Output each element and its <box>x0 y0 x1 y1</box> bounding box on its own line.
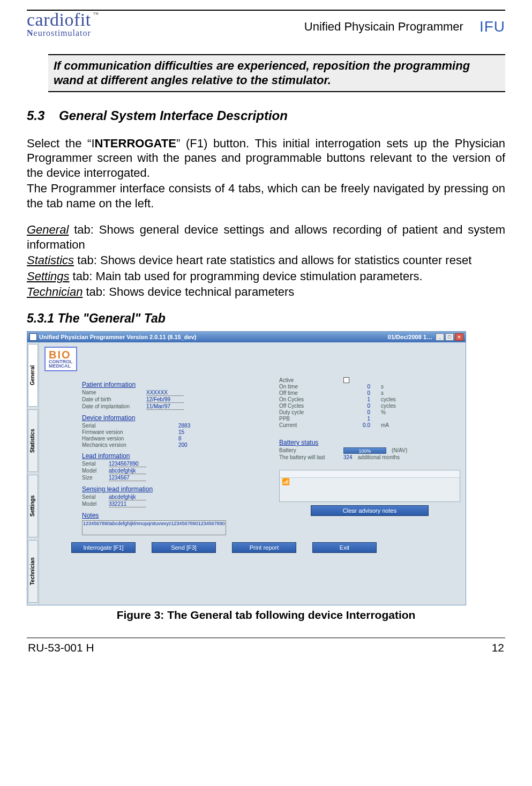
on-label: On time <box>279 384 343 390</box>
app-icon <box>29 333 37 341</box>
lead-size-label: Size <box>82 475 109 481</box>
minimize-button[interactable]: _ <box>436 333 444 341</box>
exit-button[interactable]: Exit <box>312 542 377 553</box>
general-tab-desc: General tab: Shows general device settin… <box>27 222 505 252</box>
bio-logo: BIO CONTROL MEDICAL <box>44 347 77 371</box>
hw-val: 8 <box>178 436 182 441</box>
offc-val: 0 <box>343 403 370 409</box>
ifu-label: IFU <box>479 18 505 35</box>
sensing-serial-label: Serial <box>82 494 109 500</box>
notes-field[interactable]: 1234567890abcdefghijklmnopqrstuvwxyz1234… <box>82 520 226 535</box>
general-tab-rest: tab: Shows general device settings and a… <box>27 223 505 251</box>
onc-unit: cycles <box>381 396 413 402</box>
section-heading: 5.3 General System Interface Description <box>27 108 505 123</box>
titlebar: Unified Physician Programmer Version 2.0… <box>27 332 466 342</box>
bat-label: Battery <box>279 447 343 453</box>
ppb-label: PPB <box>279 416 343 422</box>
interrogate-button[interactable]: Interrogate [F1] <box>71 542 136 553</box>
lead-model-label: Model <box>82 468 109 474</box>
close-button[interactable]: × <box>455 333 463 341</box>
fw-val: 15 <box>178 429 184 435</box>
tab-settings[interactable]: Settings <box>28 475 38 537</box>
section-title: General System Interface Description <box>59 108 288 123</box>
dob-field[interactable]: 12/Feb/99 <box>146 396 184 403</box>
stats-tab-rest: tab: Shows device heart rate statistics … <box>74 253 471 267</box>
doc-title: Unified Physicain Programmer <box>304 20 463 34</box>
side-tabs: General Statistics Settings Technician <box>27 342 39 605</box>
tab-technician[interactable]: Technician <box>28 540 38 603</box>
serial-label: Serial <box>82 423 146 429</box>
tech-tab-desc: Technician tab: Shows device technical p… <box>27 285 505 300</box>
doc-id: RU-53-001 H <box>28 641 94 654</box>
page-footer: RU-53-001 H 12 <box>27 638 505 654</box>
tech-tab-rest: tab: Shows device technical parameters <box>83 285 294 298</box>
note-box: If communication difficulties are experi… <box>48 54 505 92</box>
serial-val: 2883 <box>178 423 190 429</box>
lead-model-field[interactable]: abcdefghijk <box>109 468 146 474</box>
interrogate-key: NTERROGATE <box>95 137 176 150</box>
sensing-head: Sensing lead information <box>82 485 263 493</box>
hw-label: Hardware version <box>82 436 146 441</box>
battery-head: Battery status <box>279 439 460 446</box>
subsection-heading: 5.3.1 The "General" Tab <box>27 311 505 326</box>
batlast-label: The battery will last <box>279 454 343 460</box>
sensing-model-field[interactable]: 332211 <box>109 501 146 507</box>
window-title: Unified Physician Programmer Version 2.0… <box>39 334 196 340</box>
offc-unit: cycles <box>381 403 413 409</box>
cur-unit: mA <box>381 422 413 428</box>
p1a: Select the “I <box>27 137 95 150</box>
onc-label: On Cycles <box>279 396 343 402</box>
maximize-button[interactable]: □ <box>445 333 454 341</box>
battery-bar: 100% <box>343 447 386 454</box>
send-button[interactable]: Send [F3] <box>152 542 216 553</box>
clear-advisory-button[interactable]: Clear advisory notes <box>311 505 429 516</box>
active-checkbox[interactable] <box>343 377 349 383</box>
fw-label: Firmware version <box>82 429 146 435</box>
on-unit: s <box>381 384 413 390</box>
sensing-model-label: Model <box>82 501 109 507</box>
name-field[interactable]: XXXXXX <box>146 390 184 396</box>
paragraph-1: Select the “INTERROGATE” (F1) button. Th… <box>27 136 505 181</box>
logo-sub-text: NNeurostimulatoreurostimulator <box>27 28 99 38</box>
duty-val: 0 <box>343 409 370 415</box>
bat-note: (N/AV) <box>392 447 407 453</box>
brand-logo: cardiofit™ NNeurostimulatoreurostimulato… <box>27 12 99 38</box>
duty-label: Duty cycle <box>279 409 343 415</box>
tab-statistics[interactable]: Statistics <box>28 409 38 472</box>
mech-label: Mechanics version <box>82 442 146 448</box>
cur-val: 0.0 <box>343 422 370 428</box>
off-unit: s <box>381 390 413 396</box>
active-label: Active <box>279 377 343 383</box>
duty-unit: % <box>381 409 413 415</box>
lead-head: Lead information <box>82 452 263 460</box>
off-val: 0 <box>343 390 370 396</box>
doi-field[interactable]: 11/Mar/97 <box>146 403 184 410</box>
tab-general[interactable]: General <box>28 344 38 407</box>
dob-label: Date of birth <box>82 396 146 402</box>
name-label: Name <box>82 390 146 395</box>
paragraph-2: The Programmer interface consists of 4 t… <box>27 181 505 211</box>
lead-serial-label: Serial <box>82 461 109 467</box>
stats-tab-desc: Statistics tab: Shows device heart rate … <box>27 253 505 268</box>
section-number: 5.3 <box>27 108 44 123</box>
advisory-box: 📶 <box>279 470 460 502</box>
print-button[interactable]: Print report <box>232 542 296 553</box>
trademark-icon: ™ <box>93 11 99 17</box>
sensing-serial-field[interactable]: abcdefghijk <box>109 494 146 500</box>
off-label: Off time <box>279 390 343 396</box>
figure-caption: Figure 3: The General tab following devi… <box>27 609 505 622</box>
offc-label: Off Cycles <box>279 403 343 409</box>
app-window: Unified Physician Programmer Version 2.0… <box>27 331 466 605</box>
window-date: 01/Dec/2008 1… <box>388 334 432 340</box>
lead-serial-field[interactable]: 1234567890 <box>109 461 146 467</box>
onc-val: 1 <box>343 396 370 402</box>
batlast-unit: additional months <box>358 454 400 460</box>
mech-val: 200 <box>178 442 188 448</box>
bio-l3: MEDICAL <box>49 364 73 368</box>
logo-main-text: cardiofit <box>27 10 91 29</box>
cur-label: Current <box>279 422 343 428</box>
on-val: 0 <box>343 384 370 390</box>
doi-label: Date of implantation <box>82 403 146 409</box>
lead-size-field[interactable]: 1234567 <box>109 475 146 481</box>
settings-tab-desc: Settings tab: Main tab used for programm… <box>27 269 505 284</box>
